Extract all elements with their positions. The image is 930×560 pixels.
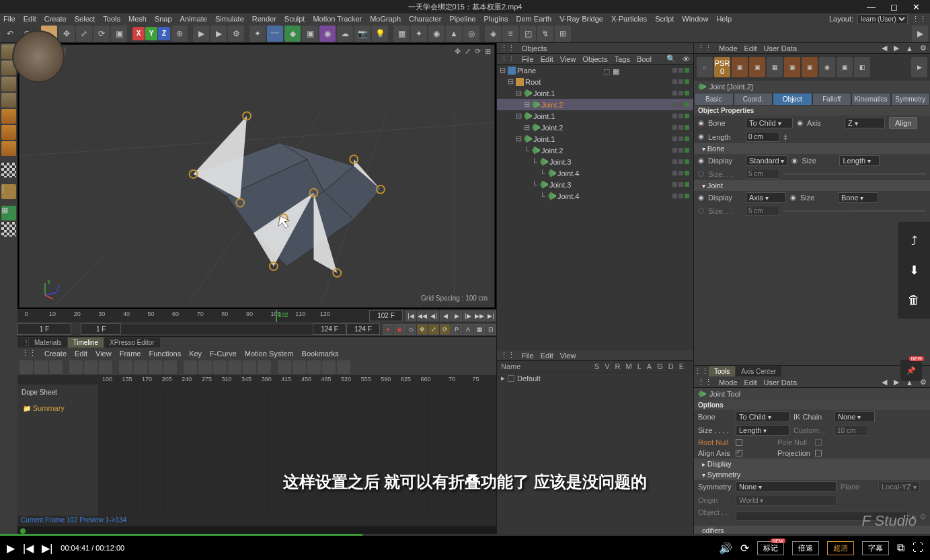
tl-menu-key[interactable]: Key <box>189 350 202 358</box>
vp-pan-icon[interactable]: ✥ <box>455 47 461 56</box>
current-frame[interactable] <box>369 310 403 321</box>
download-button[interactable]: ⬇ <box>898 257 930 284</box>
psr-end[interactable]: ▶ <box>911 57 927 77</box>
dt-14[interactable] <box>228 360 241 374</box>
dt-2[interactable] <box>34 360 48 374</box>
obj-menu-edit[interactable]: Edit <box>541 55 553 63</box>
attr-tab-object[interactable]: Object <box>773 93 812 106</box>
alignaxis-check[interactable] <box>736 450 742 456</box>
bone-display-combo[interactable]: Standard ▾ <box>746 155 787 166</box>
dt-4[interactable] <box>69 360 83 374</box>
length-radio[interactable] <box>698 134 704 140</box>
vp-zoom-icon[interactable]: ⤢ <box>465 47 471 56</box>
psr-home[interactable]: ⌂ <box>697 57 713 77</box>
texture-mode[interactable] <box>1 77 16 91</box>
vp-rotate-icon[interactable]: ⟳ <box>475 47 481 56</box>
tl-menu-frame[interactable]: Frame <box>120 350 141 358</box>
add-light[interactable]: 💡 <box>372 26 388 42</box>
timeline-ruler[interactable]: 0 10 20 30 40 50 60 70 80 90 100 110 120… <box>17 310 369 322</box>
sec-tool-symmetry[interactable]: ▾ Symmetry <box>694 469 930 480</box>
viewport[interactable]: Perspective ✥ ⤢ ⟳ ⊞ <box>19 44 495 308</box>
fullscreen-button[interactable]: ⛶ <box>913 542 923 554</box>
tree-row-joint-3[interactable]: └Joint.3 <box>497 179 693 190</box>
speed-button[interactable]: 倍速 <box>792 541 819 555</box>
tl-menu-edit[interactable]: Edit <box>75 350 87 358</box>
menu-tools[interactable]: Tools <box>103 15 120 23</box>
obj-menu-tags[interactable]: Tags <box>615 55 630 63</box>
tree-row-joint-2[interactable]: └Joint.2 <box>497 145 693 156</box>
key-pos[interactable]: ✥ <box>417 324 428 335</box>
menu-plugins[interactable]: Plugins <box>483 15 508 23</box>
menu-help[interactable]: Help <box>716 15 732 23</box>
range-end[interactable] <box>346 323 380 335</box>
axis-radio[interactable] <box>797 120 803 126</box>
bone-radio[interactable] <box>698 120 704 126</box>
caption-button[interactable]: 字幕 <box>862 541 889 555</box>
tool-size-combo[interactable]: Length ▾ <box>736 425 789 436</box>
dt-3[interactable] <box>49 360 63 374</box>
extra-9[interactable]: ↯ <box>537 26 553 42</box>
obj-menu-view[interactable]: View <box>560 55 576 63</box>
prev-frame[interactable]: ◀| <box>428 311 439 321</box>
tab-axiscenter[interactable]: Axis Center <box>736 366 781 376</box>
render-view[interactable]: ▶ <box>193 26 209 42</box>
menu-render[interactable]: Render <box>252 15 276 23</box>
menu-animate[interactable]: Animate <box>180 15 207 23</box>
tab-tools[interactable]: Tools <box>709 366 735 376</box>
rootnull-check[interactable] <box>736 439 742 446</box>
tree-row-joint-4[interactable]: └Joint.4 <box>497 190 693 202</box>
play-button[interactable]: ▶ <box>7 542 15 555</box>
axis-lock[interactable]: XYZ <box>132 27 170 40</box>
tree-row-joint-2[interactable]: ⊟Joint.2 <box>497 99 693 110</box>
maximize-button[interactable]: ◻ <box>890 2 898 12</box>
key-scale[interactable]: ⤢ <box>428 324 439 335</box>
add-camera[interactable]: 📷 <box>354 26 371 42</box>
point-mode[interactable] <box>1 109 16 124</box>
tree-row-plane[interactable]: ⊟Plane <box>497 65 693 76</box>
tl-menu-view[interactable]: View <box>95 350 112 358</box>
play-backward[interactable]: ◀ <box>440 311 451 321</box>
loop-button[interactable]: ⟳ <box>740 542 749 555</box>
attr-tab-coord[interactable]: Coord. <box>734 93 773 106</box>
play-forward[interactable]: ▶ <box>451 311 462 321</box>
extra-4[interactable]: ▲ <box>446 26 462 42</box>
align-button[interactable]: Align <box>889 117 917 129</box>
key-selection[interactable]: ◇ <box>405 324 416 335</box>
dt-15[interactable] <box>243 360 256 374</box>
tree-row-joint-1[interactable]: ⊟Joint.1 <box>497 110 693 122</box>
menu-pipeline[interactable]: Pipeline <box>449 15 475 23</box>
dope-ruler[interactable]: 1001351702052402753103453804154504855205… <box>98 375 496 385</box>
enable-axis[interactable] <box>1 163 16 177</box>
psr-4[interactable]: ▣ <box>784 57 800 77</box>
menu-create[interactable]: Create <box>44 15 67 23</box>
autokey-button[interactable]: ◉ <box>394 324 405 335</box>
dt-10[interactable] <box>163 360 177 374</box>
key-extra2[interactable]: ⊡ <box>486 324 496 335</box>
workplane-mode[interactable] <box>1 93 16 108</box>
sec-joint[interactable]: ▾ Joint <box>694 180 930 191</box>
obj-menu-file[interactable]: File <box>522 55 534 63</box>
tl-menu-motion[interactable]: Motion System <box>245 350 294 358</box>
panel-next[interactable]: ▶ <box>912 26 928 42</box>
prev-button[interactable]: |◀ <box>23 542 34 555</box>
psr-6[interactable]: ◉ <box>819 57 835 77</box>
axis-combo[interactable]: Z ▾ <box>845 118 885 128</box>
move-tool[interactable]: ✥ <box>59 26 75 42</box>
eye-icon[interactable]: 👁 <box>683 55 690 63</box>
dt-5[interactable] <box>84 360 98 374</box>
extra-7[interactable]: ≡ <box>502 26 518 42</box>
bone-combo[interactable]: To Child ▾ <box>746 118 793 128</box>
tree-row-joint-1[interactable]: ⊟Joint.1 <box>497 87 693 99</box>
menu-file[interactable]: File <box>3 15 15 23</box>
tree-row-joint-3[interactable]: └Joint.3 <box>497 156 693 167</box>
attr-menu-edit[interactable]: Edit <box>744 44 757 52</box>
pattern-mode[interactable] <box>1 222 16 237</box>
mark-button[interactable]: 标记NEW <box>757 541 784 555</box>
undo-button[interactable]: ↶ <box>2 26 18 42</box>
dt-18[interactable] <box>293 360 306 374</box>
menu-vray[interactable]: V-Ray Bridge <box>559 15 603 23</box>
menu-sculpt[interactable]: Sculpt <box>284 15 305 23</box>
extra-5[interactable]: ◎ <box>463 26 479 42</box>
dt-9[interactable] <box>149 360 162 374</box>
psr-3[interactable]: ▦ <box>767 57 783 77</box>
